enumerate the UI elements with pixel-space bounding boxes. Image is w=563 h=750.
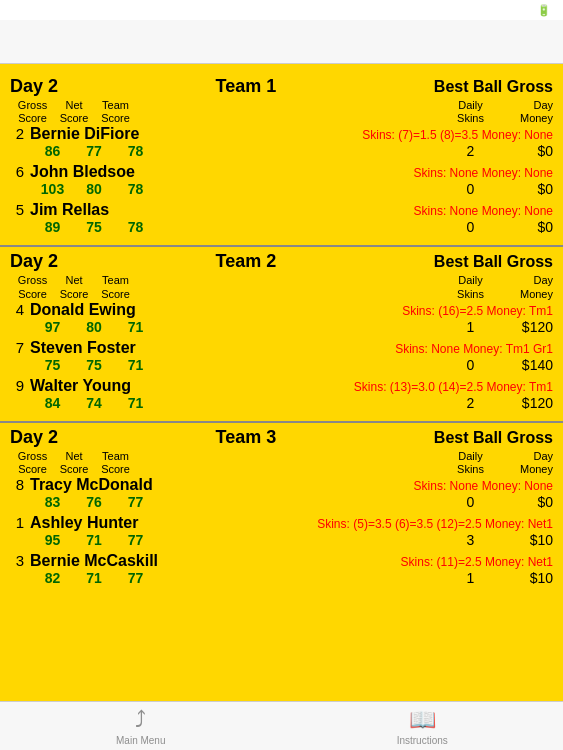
player-num-name: 3 Bernie McCaskill xyxy=(10,552,158,570)
player-block: 8 Tracy McDonald Skins: None Money: None… xyxy=(10,476,553,510)
player-block: 5 Jim Rellas Skins: None Money: None 89 … xyxy=(10,201,553,235)
team-name-0: Team 1 xyxy=(216,76,277,97)
team-name-1: Team 2 xyxy=(216,251,277,272)
daily-skins-val: 2 xyxy=(443,395,498,411)
gross-score: 83 xyxy=(30,494,75,510)
daily-skins-header: DailySkins xyxy=(443,274,498,300)
team-score-header: TeamScore xyxy=(93,450,138,476)
net-score: 80 xyxy=(75,181,113,197)
player-block: 7 Steven Foster Skins: None Money: Tm1 G… xyxy=(10,339,553,373)
col-headers-left: GrossScore NetScore TeamScore xyxy=(10,450,190,476)
scores-right: 0 $140 xyxy=(433,357,553,373)
gross-score: 95 xyxy=(30,532,75,548)
player-name: Bernie McCaskill xyxy=(30,552,158,570)
tab-item-1[interactable]: 📖 Instructions xyxy=(382,707,462,746)
team-score: 71 xyxy=(113,395,158,411)
gross-score: 89 xyxy=(30,219,75,235)
team-section-3: Day 2 Team 3 Best Ball Gross GrossScore … xyxy=(0,423,563,596)
team-score-header: TeamScore xyxy=(93,274,138,300)
tab-item-0[interactable]: ⤴ Main Menu xyxy=(101,707,181,746)
skins-info: Skins: (5)=3.5 (6)=3.5 (12)=2.5 Money: N… xyxy=(138,517,553,531)
day-money-val: $0 xyxy=(498,219,553,235)
team-score-header: TeamScore xyxy=(93,99,138,125)
day-money-val: $0 xyxy=(498,494,553,510)
team-section-1: Day 2 Team 1 Best Ball Gross GrossScore … xyxy=(0,72,563,247)
scores-left: 95 71 77 xyxy=(10,532,158,548)
gross-header: GrossScore xyxy=(10,99,55,125)
team-score: 77 xyxy=(113,532,158,548)
player-num-name: 5 Jim Rellas xyxy=(10,201,109,219)
player-num-name: 6 John Bledsoe xyxy=(10,163,135,181)
player-num-name: 2 Bernie DiFiore xyxy=(10,125,139,143)
scores-right: 1 $120 xyxy=(433,319,553,335)
main-content: Day 2 Team 1 Best Ball Gross GrossScore … xyxy=(0,64,563,701)
team-section-2: Day 2 Team 2 Best Ball Gross GrossScore … xyxy=(0,247,563,422)
tab-icon-1: 📖 xyxy=(409,707,436,733)
bbg-label-0: Best Ball Gross xyxy=(434,78,553,96)
player-num-name: 1 Ashley Hunter xyxy=(10,514,138,532)
net-score: 75 xyxy=(75,357,113,373)
net-score: 71 xyxy=(75,570,113,586)
gross-score: 84 xyxy=(30,395,75,411)
team-name-2: Team 3 xyxy=(216,427,277,448)
scores-right: 2 $0 xyxy=(433,143,553,159)
gross-score: 86 xyxy=(30,143,75,159)
day-money-val: $120 xyxy=(498,395,553,411)
scores-right: 0 $0 xyxy=(433,219,553,235)
net-score: 74 xyxy=(75,395,113,411)
team-score: 71 xyxy=(113,319,158,335)
bbg-label-1: Best Ball Gross xyxy=(434,253,553,271)
skins-info: Skins: (7)=1.5 (8)=3.5 Money: None xyxy=(139,128,553,142)
player-num: 3 xyxy=(10,552,24,569)
daily-skins-header: DailySkins xyxy=(443,99,498,125)
gross-header: GrossScore xyxy=(10,274,55,300)
player-num: 1 xyxy=(10,514,24,531)
col-headers-right: DailySkins DayMoney xyxy=(433,99,553,125)
daily-skins-val: 3 xyxy=(443,532,498,548)
col-headers-left: GrossScore NetScore TeamScore xyxy=(10,274,190,300)
tab-label-0: Main Menu xyxy=(116,735,165,746)
scores-left: 82 71 77 xyxy=(10,570,158,586)
gross-score: 97 xyxy=(30,319,75,335)
col-headers-right: DailySkins DayMoney xyxy=(433,274,553,300)
skins-info: Skins: None Money: None xyxy=(109,204,553,218)
player-num: 2 xyxy=(10,125,24,142)
team-score: 78 xyxy=(113,181,158,197)
daily-skins-val: 1 xyxy=(443,570,498,586)
daily-skins-header: DailySkins xyxy=(443,450,498,476)
bbg-label-2: Best Ball Gross xyxy=(434,429,553,447)
player-name: Walter Young xyxy=(30,377,131,395)
net-header: NetScore xyxy=(55,450,93,476)
player-block: 9 Walter Young Skins: (13)=3.0 (14)=2.5 … xyxy=(10,377,553,411)
day-label-2: Day 2 xyxy=(10,427,58,448)
player-num-name: 9 Walter Young xyxy=(10,377,131,395)
skins-info: Skins: None Money: None xyxy=(135,166,553,180)
nav-bar xyxy=(0,20,563,64)
day-money-val: $10 xyxy=(498,570,553,586)
player-name: Bernie DiFiore xyxy=(30,125,139,143)
net-score: 75 xyxy=(75,219,113,235)
net-score: 71 xyxy=(75,532,113,548)
daily-skins-val: 0 xyxy=(443,219,498,235)
day-money-header: DayMoney xyxy=(498,99,553,125)
day-money-val: $0 xyxy=(498,181,553,197)
skins-info: Skins: None Money: Tm1 Gr1 xyxy=(136,342,553,356)
player-block: 6 John Bledsoe Skins: None Money: None 1… xyxy=(10,163,553,197)
player-num: 9 xyxy=(10,377,24,394)
scores-left: 84 74 71 xyxy=(10,395,158,411)
status-bar: 🔋 xyxy=(0,0,563,20)
tab-bar: ⤴ Main Menu 📖 Instructions xyxy=(0,701,563,750)
player-num: 5 xyxy=(10,201,24,218)
day-money-val: $10 xyxy=(498,532,553,548)
scores-right: 1 $10 xyxy=(433,570,553,586)
player-name: Ashley Hunter xyxy=(30,514,138,532)
team-score: 77 xyxy=(113,570,158,586)
player-num: 8 xyxy=(10,476,24,493)
day-label-1: Day 2 xyxy=(10,251,58,272)
player-num-name: 7 Steven Foster xyxy=(10,339,136,357)
skins-info: Skins: (16)=2.5 Money: Tm1 xyxy=(136,304,553,318)
net-score: 80 xyxy=(75,319,113,335)
scores-left: 89 75 78 xyxy=(10,219,158,235)
scores-right: 2 $120 xyxy=(433,395,553,411)
battery-label: 🔋 xyxy=(533,4,551,17)
